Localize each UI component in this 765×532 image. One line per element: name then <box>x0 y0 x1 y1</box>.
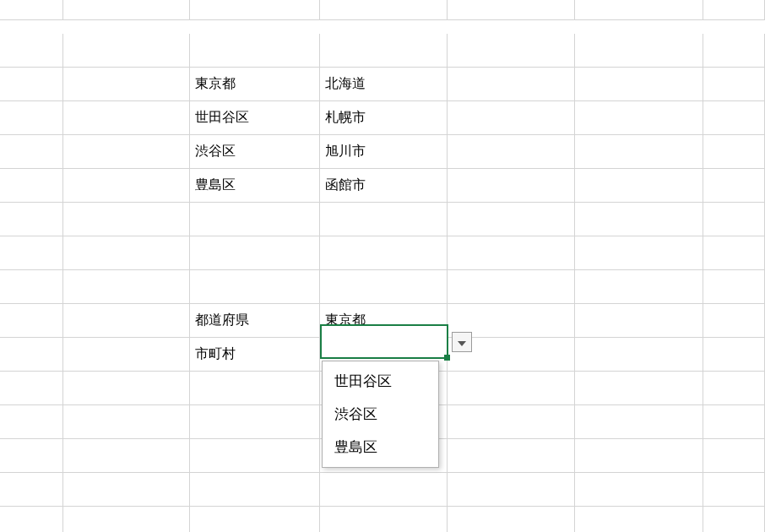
cell[interactable] <box>0 439 63 473</box>
cell-city-2-3[interactable]: 函館市 <box>320 169 448 203</box>
cell[interactable] <box>448 473 575 507</box>
cell[interactable] <box>0 203 63 236</box>
cell[interactable] <box>703 507 765 532</box>
cell[interactable] <box>448 169 575 203</box>
cell[interactable] <box>63 101 190 135</box>
cell[interactable] <box>448 68 575 101</box>
cell[interactable] <box>0 270 63 304</box>
cell[interactable] <box>575 169 703 203</box>
cell[interactable] <box>63 405 190 439</box>
cell[interactable] <box>575 203 703 236</box>
cell[interactable] <box>320 203 448 236</box>
cell[interactable] <box>63 270 190 304</box>
cell-city-1-3[interactable]: 豊島区 <box>190 169 320 203</box>
cell-prefecture-header-2[interactable]: 北海道 <box>320 68 448 101</box>
cell[interactable] <box>0 101 63 135</box>
cell-prefecture-header-1[interactable]: 東京都 <box>190 68 320 101</box>
cell[interactable] <box>575 338 703 372</box>
cell[interactable] <box>703 439 765 473</box>
cell-prefecture-value[interactable]: 東京都 <box>320 304 448 338</box>
cell[interactable] <box>448 101 575 135</box>
cell[interactable] <box>703 34 765 68</box>
cell[interactable] <box>703 270 765 304</box>
cell[interactable] <box>63 203 190 236</box>
cell[interactable] <box>190 405 320 439</box>
cell[interactable] <box>703 169 765 203</box>
cell[interactable] <box>703 473 765 507</box>
cell[interactable] <box>0 304 63 338</box>
cell-city-1-2[interactable]: 渋谷区 <box>190 135 320 169</box>
cell[interactable] <box>320 507 448 532</box>
cell[interactable] <box>703 203 765 236</box>
cell[interactable] <box>448 372 575 405</box>
cell[interactable] <box>0 405 63 439</box>
cell[interactable] <box>320 0 448 20</box>
cell[interactable] <box>575 0 703 20</box>
cell[interactable] <box>0 372 63 405</box>
cell[interactable] <box>63 338 190 372</box>
cell[interactable] <box>0 236 63 270</box>
cell[interactable] <box>703 372 765 405</box>
cell[interactable] <box>448 0 575 20</box>
cell[interactable] <box>63 0 190 20</box>
cell-city-label[interactable]: 市町村 <box>190 338 320 372</box>
cell[interactable] <box>703 68 765 101</box>
cell[interactable] <box>190 203 320 236</box>
cell[interactable] <box>703 135 765 169</box>
cell[interactable] <box>63 372 190 405</box>
cell[interactable] <box>448 507 575 532</box>
dropdown-option[interactable]: 世田谷区 <box>323 365 438 398</box>
cell[interactable] <box>63 507 190 532</box>
cell[interactable] <box>448 270 575 304</box>
cell[interactable] <box>320 34 448 68</box>
cell[interactable] <box>320 236 448 270</box>
cell[interactable] <box>0 68 63 101</box>
cell[interactable] <box>703 236 765 270</box>
cell[interactable] <box>575 405 703 439</box>
cell[interactable] <box>63 439 190 473</box>
cell[interactable] <box>575 135 703 169</box>
cell[interactable] <box>448 135 575 169</box>
cell[interactable] <box>320 270 448 304</box>
data-validation-dropdown-button[interactable] <box>452 332 472 352</box>
cell[interactable] <box>575 68 703 101</box>
cell[interactable] <box>63 169 190 203</box>
cell[interactable] <box>575 304 703 338</box>
cell[interactable] <box>448 34 575 68</box>
cell[interactable] <box>448 203 575 236</box>
cell[interactable] <box>190 507 320 532</box>
cell[interactable] <box>703 0 765 20</box>
cell[interactable] <box>0 0 63 20</box>
cell[interactable] <box>190 0 320 20</box>
cell[interactable] <box>575 270 703 304</box>
cell[interactable] <box>575 236 703 270</box>
cell[interactable] <box>0 34 63 68</box>
cell[interactable] <box>448 236 575 270</box>
cell[interactable] <box>575 473 703 507</box>
cell[interactable] <box>63 473 190 507</box>
dropdown-option[interactable]: 渋谷区 <box>323 398 438 431</box>
cell-prefecture-label[interactable]: 都道府県 <box>190 304 320 338</box>
cell[interactable] <box>0 473 63 507</box>
cell[interactable] <box>63 304 190 338</box>
cell[interactable] <box>63 135 190 169</box>
cell[interactable] <box>190 439 320 473</box>
cell-city-2-1[interactable]: 札幌市 <box>320 101 448 135</box>
cell[interactable] <box>575 507 703 532</box>
cell[interactable] <box>190 270 320 304</box>
cell[interactable] <box>448 405 575 439</box>
cell[interactable] <box>190 473 320 507</box>
cell[interactable] <box>0 169 63 203</box>
cell[interactable] <box>320 473 448 507</box>
cell-city-1-1[interactable]: 世田谷区 <box>190 101 320 135</box>
cell[interactable] <box>190 236 320 270</box>
cell[interactable] <box>190 372 320 405</box>
cell[interactable] <box>575 34 703 68</box>
cell-city-2-2[interactable]: 旭川市 <box>320 135 448 169</box>
cell[interactable] <box>0 135 63 169</box>
cell[interactable] <box>190 34 320 68</box>
cell[interactable] <box>0 338 63 372</box>
dropdown-option[interactable]: 豊島区 <box>323 431 438 464</box>
cell[interactable] <box>63 34 190 68</box>
cell[interactable] <box>575 101 703 135</box>
